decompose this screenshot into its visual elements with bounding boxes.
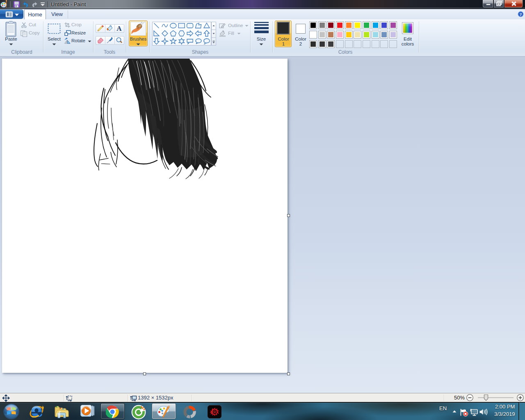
svg-text:?: ?	[520, 12, 522, 17]
svg-text:A: A	[116, 25, 122, 32]
